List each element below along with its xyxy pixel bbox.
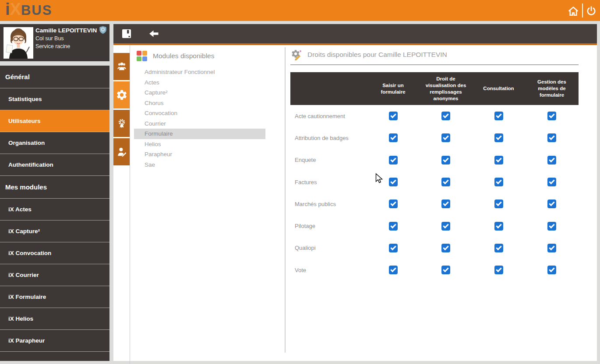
table-row: Vote [290, 259, 579, 281]
rights-checkbox[interactable] [389, 244, 398, 252]
strip-award-button[interactable] [113, 110, 130, 137]
checkbox-cell [525, 259, 579, 281]
module-item-parapheur[interactable]: Parapheur [134, 149, 265, 160]
module-item-formulaire[interactable]: Formulaire [134, 129, 265, 139]
rights-header-visualisation: Droit de visualisation des remplissages … [420, 72, 472, 105]
rights-checkbox[interactable] [389, 222, 398, 231]
rights-checkbox[interactable] [389, 112, 398, 120]
rights-checkbox[interactable] [547, 222, 556, 231]
checkbox-cell [472, 237, 525, 259]
checkbox-cell [367, 259, 420, 281]
rights-checkbox[interactable] [547, 156, 556, 164]
checkbox-cell [367, 171, 420, 193]
rights-checkbox[interactable] [441, 266, 450, 274]
sidebar-item-ix-actes[interactable]: iX Actes [0, 199, 109, 220]
checkbox-cell [420, 237, 472, 259]
strip-users-button[interactable] [113, 53, 130, 80]
sidebar-item-ix-parapheur[interactable]: iX Parapheur [0, 330, 109, 352]
sidebar-item-utilisateurs[interactable]: Utilisateurs [0, 110, 109, 132]
rights-checkbox[interactable] [389, 156, 398, 164]
checkbox-cell [420, 171, 472, 193]
save-button[interactable] [119, 28, 134, 40]
action-toolbar [113, 24, 597, 45]
sidebar-item-ix-convocation[interactable]: iX Convocation [0, 242, 109, 264]
checkbox-cell [525, 193, 579, 215]
rights-checkbox[interactable] [389, 266, 398, 274]
sidebar-item-ix-formulaire[interactable]: iX Formulaire [0, 286, 109, 308]
strip-user-edit-button[interactable] [113, 138, 130, 165]
sidebar-item-statistiques[interactable]: Statistiques [0, 88, 109, 110]
rights-checkbox[interactable] [494, 222, 503, 231]
rights-checkbox[interactable] [389, 200, 398, 208]
rights-checkbox[interactable] [441, 222, 450, 231]
checkbox-cell [420, 259, 472, 281]
back-button[interactable] [146, 28, 162, 40]
rights-title-underline [290, 64, 579, 65]
avatar-image [4, 27, 33, 59]
settings-gear-icon [116, 89, 128, 101]
rights-checkbox[interactable] [389, 178, 398, 186]
checkbox-cell [420, 149, 472, 171]
rights-table-header: Saisir un formulaire Droit de visualisat… [290, 72, 579, 105]
rights-checkbox[interactable] [441, 156, 450, 164]
checkbox-cell [525, 127, 579, 149]
sidebar-item-organisation[interactable]: Organisation [0, 132, 109, 154]
sidebar-item-authentification[interactable]: Authentification [0, 154, 109, 176]
module-item-convocation[interactable]: Convocation [134, 108, 265, 119]
rights-checkbox[interactable] [441, 200, 450, 208]
checkbox-cell [472, 215, 525, 237]
module-item-actes[interactable]: Actes [134, 77, 265, 88]
strip-settings-button[interactable] [113, 81, 130, 108]
sidebar-item-ix-helios[interactable]: iX Helios [0, 308, 109, 330]
checkbox-cell [420, 215, 472, 237]
checkbox-cell [472, 149, 525, 171]
table-row: Enquete [290, 149, 579, 171]
module-item-sae[interactable]: Sae [134, 160, 265, 170]
rights-checkbox[interactable] [441, 133, 450, 142]
checkbox-cell [367, 193, 420, 215]
rights-checkbox[interactable] [389, 133, 398, 142]
module-item-capture2[interactable]: Capture² [134, 88, 265, 98]
row-label: Attribution de badges [290, 127, 367, 149]
rights-checkbox[interactable] [441, 178, 450, 186]
rights-panel-title-text: Droits disponibles pour Camille LEPOITTE… [307, 51, 447, 59]
checkbox-cell [472, 127, 525, 149]
power-icon [586, 5, 597, 17]
checkbox-cell [367, 105, 420, 127]
rights-checkbox[interactable] [441, 112, 450, 120]
ixbus-logo: iXBUS [5, 1, 52, 18]
checkbox-cell [525, 149, 579, 171]
module-item-chorus[interactable]: Chorus [134, 98, 265, 108]
module-item-courrier[interactable]: Courrier [134, 119, 265, 129]
rights-checkbox[interactable] [441, 244, 450, 252]
module-item-administrateur-fonctionnel[interactable]: Administrateur Fonctionnel [134, 67, 265, 77]
rights-checkbox[interactable] [494, 200, 503, 208]
table-row: Attribution de badges [290, 127, 579, 149]
sidebar-item-ix-courrier[interactable]: iX Courrier [0, 264, 109, 286]
rights-checkbox[interactable] [494, 178, 503, 186]
user-role: Col sur Bus [35, 35, 64, 42]
rights-checkbox[interactable] [547, 266, 556, 274]
rights-checkbox[interactable] [494, 112, 503, 120]
sidebar-item-ix-capture2[interactable]: iX Capture² [0, 220, 109, 242]
checkbox-cell [525, 237, 579, 259]
row-label: Qualiopi [290, 237, 367, 259]
rights-checkbox[interactable] [547, 200, 556, 208]
application-window: iXBUS [0, 0, 600, 364]
rights-checkbox[interactable] [494, 156, 503, 164]
rights-checkbox[interactable] [547, 112, 556, 120]
logo-i: i [5, 1, 10, 18]
home-button[interactable] [566, 4, 580, 18]
module-item-helios[interactable]: Helios [134, 139, 265, 150]
rights-checkbox[interactable] [547, 244, 556, 252]
table-row: Acte cautionnement [290, 105, 579, 127]
rights-checkbox[interactable] [494, 133, 503, 142]
modules-grid-icon [136, 50, 148, 62]
rights-checkbox[interactable] [494, 266, 503, 274]
rights-checkbox[interactable] [494, 244, 503, 252]
rights-checkbox[interactable] [547, 178, 556, 186]
rights-checkbox[interactable] [547, 133, 556, 142]
rights-header-saisir: Saisir un formulaire [367, 72, 420, 105]
modules-panel-title: Modules disponibles [136, 50, 214, 62]
logout-button[interactable] [584, 4, 598, 18]
